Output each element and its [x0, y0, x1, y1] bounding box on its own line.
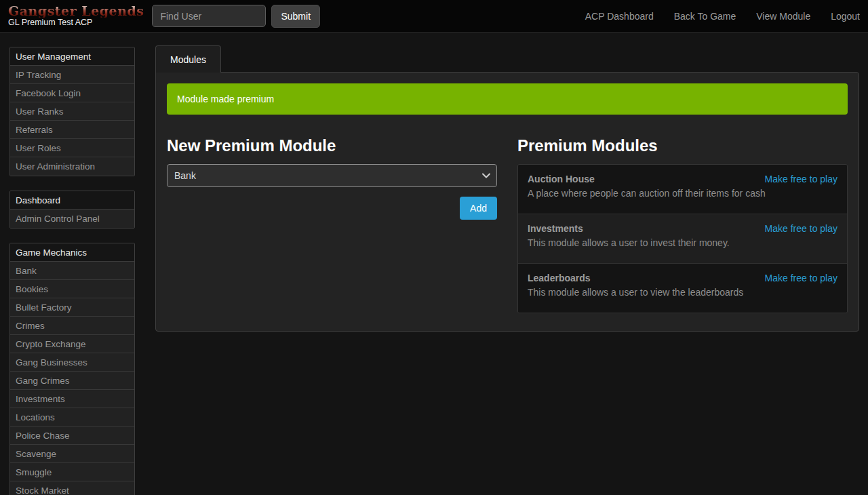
module-description: This module allows a user to invest thei… [528, 237, 837, 248]
sidebar: User Management IP Tracking Facebook Log… [9, 47, 135, 495]
make-free-to-play-link[interactable]: Make free to play [765, 174, 837, 184]
sidebar-item-police-chase[interactable]: Police Chase [10, 427, 134, 445]
sidebar-item-user-roles[interactable]: User Roles [10, 139, 134, 157]
sidebar-item-user-administration[interactable]: User Administration [10, 157, 134, 176]
sidebar-header-user-management[interactable]: User Management [10, 47, 134, 66]
brand-subtitle: GL Premium Test ACP [8, 18, 144, 28]
sidebar-item-crypto-exchange[interactable]: Crypto Exchange [10, 335, 134, 353]
module-row-auction-house: Auction House Make free to play A place … [518, 165, 847, 214]
main-content: Modules Module made premium New Premium … [155, 45, 859, 332]
modules-panel: Module made premium New Premium Module B… [155, 72, 859, 332]
module-title: Leaderboards [528, 273, 591, 283]
premium-modules-list: Auction House Make free to play A place … [517, 164, 848, 313]
submit-button[interactable]: Submit [271, 5, 320, 28]
nav-link-view-module[interactable]: View Module [756, 11, 810, 22]
top-navbar: Gangster Legends GL Premium Test ACP Sub… [0, 0, 868, 33]
sidebar-item-bookies[interactable]: Bookies [10, 280, 134, 298]
sidebar-item-referrals[interactable]: Referrals [10, 121, 134, 139]
sidebar-header-game-mechanics[interactable]: Game Mechanics [10, 243, 134, 262]
sidebar-item-admin-control-panel[interactable]: Admin Control Panel [10, 210, 134, 228]
new-premium-module-section: New Premium Module Bank Add [167, 125, 497, 313]
brand-logo[interactable]: Gangster Legends [8, 4, 144, 18]
sidebar-item-scavenge[interactable]: Scavenge [10, 445, 134, 463]
module-row-leaderboards: Leaderboards Make free to play This modu… [518, 264, 847, 313]
sidebar-group-user-management: User Management IP Tracking Facebook Log… [9, 47, 135, 176]
brand[interactable]: Gangster Legends GL Premium Test ACP [8, 4, 144, 28]
sidebar-item-locations[interactable]: Locations [10, 408, 134, 427]
sidebar-group-dashboard: Dashboard Admin Control Panel [9, 191, 135, 229]
sidebar-item-ip-tracking[interactable]: IP Tracking [10, 66, 134, 84]
module-title: Auction House [528, 174, 595, 184]
new-premium-heading: New Premium Module [167, 136, 497, 155]
nav-link-logout[interactable]: Logout [831, 11, 860, 22]
make-free-to-play-link[interactable]: Make free to play [765, 273, 837, 283]
sidebar-group-game-mechanics: Game Mechanics Bank Bookies Bullet Facto… [9, 243, 135, 495]
module-row-investments: Investments Make free to play This modul… [518, 214, 847, 264]
module-title: Investments [528, 223, 583, 234]
find-user-form: Submit [152, 5, 320, 28]
module-select-wrap: Bank [167, 164, 497, 187]
sidebar-item-investments[interactable]: Investments [10, 390, 134, 408]
sidebar-item-facebook-login[interactable]: Facebook Login [10, 84, 134, 102]
sidebar-item-bank[interactable]: Bank [10, 262, 134, 280]
sidebar-item-stock-market[interactable]: Stock Market [10, 481, 134, 495]
premium-modules-heading: Premium Modules [517, 136, 848, 155]
sidebar-item-bullet-factory[interactable]: Bullet Factory [10, 298, 134, 317]
premium-modules-section: Premium Modules Auction House Make free … [517, 125, 848, 313]
nav-link-back-to-game[interactable]: Back To Game [674, 11, 736, 22]
sidebar-item-gang-businesses[interactable]: Gang Businesses [10, 353, 134, 372]
module-select[interactable]: Bank [167, 164, 497, 187]
sidebar-item-crimes[interactable]: Crimes [10, 317, 134, 335]
success-alert: Module made premium [167, 83, 848, 115]
make-free-to-play-link[interactable]: Make free to play [765, 223, 837, 234]
module-description: A place where people can auction off the… [528, 188, 837, 199]
sidebar-item-smuggle[interactable]: Smuggle [10, 463, 134, 481]
add-button[interactable]: Add [460, 197, 497, 220]
sidebar-header-dashboard[interactable]: Dashboard [10, 191, 134, 210]
top-nav-links: ACP Dashboard Back To Game View Module L… [565, 11, 860, 22]
nav-link-acp-dashboard[interactable]: ACP Dashboard [585, 11, 654, 22]
sidebar-item-gang-crimes[interactable]: Gang Crimes [10, 372, 134, 390]
sidebar-item-user-ranks[interactable]: User Ranks [10, 102, 134, 121]
module-description: This module allows a user to view the le… [528, 287, 837, 298]
find-user-input[interactable] [152, 5, 266, 27]
tab-modules[interactable]: Modules [155, 45, 221, 73]
